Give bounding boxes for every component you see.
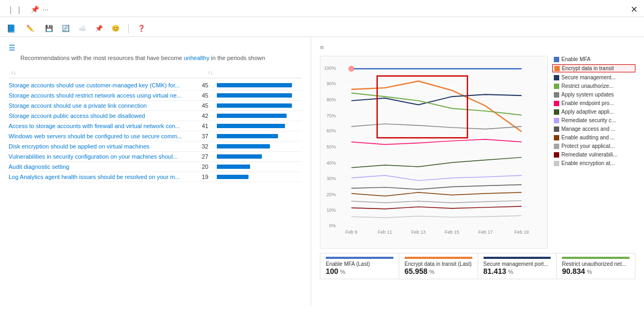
cell-name[interactable]: Storage accounts should use customer-man… bbox=[9, 82, 202, 88]
table-row: Windows web servers should be configured… bbox=[9, 131, 302, 142]
table-row: Storage accounts should restrict network… bbox=[9, 91, 302, 101]
legend-label: Enable auditing and ... bbox=[561, 135, 615, 140]
cell-name[interactable]: Access to storage accounts with firewall… bbox=[9, 123, 202, 129]
cell-name[interactable]: Storage account public access should be … bbox=[9, 113, 202, 119]
legend-item[interactable]: Enable encryption at... bbox=[552, 160, 635, 167]
count-number: 32 bbox=[202, 143, 214, 150]
cell-count: 32 bbox=[202, 143, 298, 150]
pin-toolbar-button[interactable]: 📌 bbox=[95, 25, 103, 32]
section-header-icon: ☰ bbox=[9, 43, 16, 52]
svg-text:Feb 17: Feb 17 bbox=[478, 229, 493, 235]
sort-icon-count[interactable]: ↑↓ bbox=[208, 70, 213, 76]
legend-label: Restrict unauthorize... bbox=[561, 83, 613, 89]
metric-value-container: 81.413 % bbox=[484, 267, 551, 276]
cell-name[interactable]: Log Analytics agent health issues should… bbox=[9, 174, 202, 180]
count-number: 37 bbox=[202, 133, 214, 139]
legend-label: Enable MFA bbox=[561, 56, 590, 62]
legend-item[interactable]: Remediate security c... bbox=[552, 117, 635, 124]
legend-item[interactable]: Apply adaptive appli... bbox=[552, 108, 635, 115]
legend-color bbox=[554, 144, 559, 149]
metric-value-container: 90.834 % bbox=[562, 267, 630, 276]
chart-title-icon: ≡ bbox=[320, 43, 324, 51]
legend-label: Protect your applicat... bbox=[561, 143, 615, 149]
cell-count: 37 bbox=[202, 133, 298, 139]
svg-text:50%: 50% bbox=[327, 144, 336, 150]
workbooks-button[interactable]: 📘 bbox=[6, 24, 18, 33]
sort-icon-name[interactable]: ↑↓ bbox=[11, 70, 16, 76]
save-icon: 💾 bbox=[45, 25, 53, 32]
title-bar: | | 📌 ··· ✕ bbox=[0, 0, 644, 17]
legend-label: Remediate security c... bbox=[561, 117, 616, 123]
pin-icon[interactable]: 📌 bbox=[31, 5, 39, 13]
legend-item[interactable]: Manage access and ... bbox=[552, 125, 635, 132]
legend-item[interactable]: Secure management... bbox=[552, 74, 635, 81]
metric-unit: % bbox=[587, 269, 592, 275]
refresh-button[interactable]: 🔄 bbox=[62, 25, 70, 32]
help-button[interactable]: ❓ bbox=[137, 25, 148, 32]
legend-label: Enable endpoint pro... bbox=[561, 100, 614, 106]
close-icon[interactable]: ✕ bbox=[631, 4, 638, 14]
legend-color bbox=[554, 57, 559, 62]
save-button[interactable]: 💾 bbox=[45, 25, 53, 32]
main-content: ☰ Recommendations with the most resource… bbox=[0, 37, 644, 306]
count-number: 45 bbox=[202, 102, 214, 109]
metric-value-container: 100 % bbox=[326, 267, 393, 276]
legend-label: Manage access and ... bbox=[561, 126, 616, 132]
count-number: 27 bbox=[202, 153, 214, 160]
legend-color bbox=[554, 126, 559, 132]
more-icon[interactable]: ··· bbox=[42, 5, 48, 13]
svg-text:30%: 30% bbox=[327, 176, 336, 181]
metric-bar bbox=[484, 257, 551, 259]
emoji-button[interactable]: 😊 bbox=[112, 25, 120, 32]
legend-color bbox=[554, 152, 559, 158]
metric-unit: % bbox=[508, 269, 514, 275]
cell-count: 41 bbox=[202, 123, 298, 129]
metric-value-container: 65.958 % bbox=[405, 267, 472, 276]
metric-label: Restrict unauthorized net... bbox=[562, 261, 630, 267]
cell-name[interactable]: Disk encryption should be applied on vir… bbox=[9, 143, 202, 150]
cell-name[interactable]: Storage account should use a private lin… bbox=[9, 102, 202, 109]
table-row: Disk encryption should be applied on vir… bbox=[9, 142, 302, 152]
svg-text:Feb 13: Feb 13 bbox=[411, 229, 426, 235]
legend-item[interactable]: Remediate vulnerabili... bbox=[552, 151, 635, 158]
chart-area: 100% 90% 80% 70% 60% 50% 40% 30% 20% 10%… bbox=[320, 56, 635, 249]
legend-item[interactable]: Enable MFA bbox=[552, 56, 635, 63]
table-row: Storage account public access should be … bbox=[9, 111, 302, 121]
cell-name[interactable]: Audit diagnostic setting bbox=[9, 163, 202, 170]
col-name-header: ↑↓ bbox=[9, 70, 206, 76]
section-desc: Recommendations with the most resources … bbox=[20, 54, 302, 62]
svg-text:Feb 11: Feb 11 bbox=[378, 229, 392, 235]
legend-item[interactable]: Restrict unauthorize... bbox=[552, 83, 635, 90]
svg-point-19 bbox=[349, 66, 354, 71]
count-number: 41 bbox=[202, 123, 214, 129]
table-body: Storage accounts should use customer-man… bbox=[9, 80, 302, 182]
legend-label: Secure management... bbox=[561, 75, 616, 80]
legend-item[interactable]: Protect your applicat... bbox=[552, 143, 635, 150]
cell-name[interactable]: Storage accounts should restrict network… bbox=[9, 92, 202, 99]
cell-name[interactable]: Windows web servers should be configured… bbox=[9, 133, 202, 139]
edit-button[interactable]: ✏️ bbox=[26, 25, 36, 32]
cell-name[interactable]: Vulnerabilities in security configuratio… bbox=[9, 153, 202, 160]
right-panel: ≡ 100% 90% 80% bbox=[311, 37, 644, 306]
col-count-header: ↑↓ bbox=[206, 70, 302, 76]
count-bar bbox=[217, 93, 292, 98]
metric-item: Secure management port... 81.413 % bbox=[478, 254, 557, 279]
toolbar-divider bbox=[128, 24, 129, 33]
count-bar bbox=[217, 114, 287, 118]
svg-text:20%: 20% bbox=[327, 192, 336, 197]
legend-item[interactable]: Encrypt data in transit bbox=[552, 64, 635, 72]
title-bar-left: | | 📌 ··· bbox=[6, 5, 48, 14]
legend-item[interactable]: Apply system updates bbox=[552, 91, 635, 98]
legend-item[interactable]: Enable auditing and ... bbox=[552, 134, 635, 141]
legend-item[interactable]: Enable endpoint pro... bbox=[552, 100, 635, 107]
cloud-button[interactable]: ☁️ bbox=[78, 25, 86, 32]
metric-label: Secure management port... bbox=[484, 261, 551, 267]
cell-count: 27 bbox=[202, 153, 298, 160]
count-number: 20 bbox=[202, 163, 214, 170]
metric-label: Enable MFA (Last) bbox=[326, 261, 393, 267]
chart-legend: Enable MFA Encrypt data in transit Secur… bbox=[552, 56, 635, 249]
legend-color bbox=[554, 161, 559, 166]
metric-value: 81.413 bbox=[484, 267, 507, 276]
count-number: 45 bbox=[202, 92, 214, 99]
legend-color bbox=[554, 101, 559, 106]
